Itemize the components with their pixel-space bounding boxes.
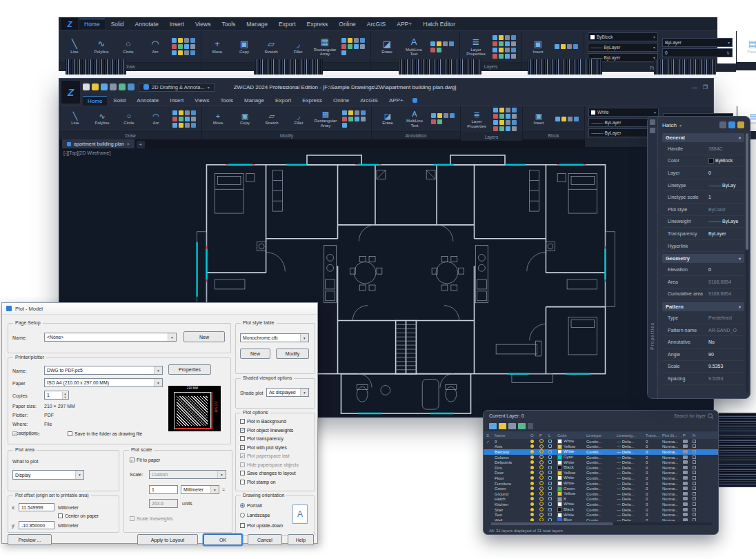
toggle-pickadd-icon[interactable] [719,121,726,128]
layer-row-column[interactable]: ColumnCyanContin...— Defa...0Norma... [484,455,718,460]
fit-to-paper-checkbox[interactable]: Fit to paper [130,458,160,462]
tool-arc-button[interactable]: ◠Arc [143,39,168,55]
pin-icon[interactable] [650,128,655,133]
layer-row-text[interactable]: TextWhiteContin...— Defa...0Norma... [484,512,718,518]
tool-insert-button[interactable]: ▣Insert [526,39,550,55]
property-row-spacing[interactable]: Spacing9.5353 [662,373,744,385]
ribbon-tab-app-[interactable]: APP+ [384,96,408,105]
option-plot-in-background-checkbox[interactable]: Plot in Background [240,419,286,424]
property-row-hyperlink[interactable]: Hyperlink [662,240,744,253]
ribbon-tab-online[interactable]: Online [328,96,354,105]
ribbon-tab-tools[interactable]: Tools [217,19,240,29]
center-on-paper-checkbox[interactable]: Center on paper [58,513,99,518]
property-row-type[interactable]: TypePredefined [662,312,744,324]
landscape-radio[interactable]: Landscape [240,513,270,518]
workspace-switcher[interactable]: 2D Drafting & Annota... ▾ [139,83,215,92]
tool-copy-button[interactable]: ▣Copy [232,112,257,126]
page-setup-name-dropdown[interactable]: <None>▾ [44,333,177,342]
lineweight-value-spinner[interactable]: 0⇅ [662,48,733,57]
section-header-pattern[interactable]: Pattern▾ [662,302,744,311]
apply-to-layout-button[interactable]: Apply to Layout [137,534,198,545]
ribbon-tab-manage[interactable]: Manage [241,19,272,29]
printer-properties-button[interactable]: Properties [168,364,211,375]
layer-row-0[interactable]: ✓0WhiteContin...— Defa...0Norma... [484,439,718,444]
page-setup-new-button[interactable]: New [183,331,225,342]
layer-row-door[interactable]: DoorYellowContin...— Defa...0Norma... [484,471,718,476]
ribbon-tab-annotate[interactable]: Annotate [132,96,163,105]
tool-fillet-button[interactable]: ◞Fillet [286,112,311,126]
property-row-layer[interactable]: Layer0 [662,167,744,179]
tool-move-button[interactable]: +Move [205,39,230,55]
tool-layer-properties-button[interactable]: ≣Layer Properties [464,110,489,128]
tool-copy-button[interactable]: ▣Copy [232,39,257,55]
ribbon-tab-online[interactable]: Online [334,19,361,29]
new-layer-icon[interactable] [489,423,497,429]
section-header-general[interactable]: General▾ [662,133,744,142]
viewport-controls[interactable]: [-][Top][2D Wireframe] [63,150,110,155]
property-row-color[interactable]: ColorByBlock [662,155,744,168]
tool-rectangular-array-button[interactable]: ▦Rectangular Array [313,110,338,128]
ribbon-tab-arcgis[interactable]: ArcGIS [362,19,390,29]
ribbon-tab-express[interactable]: Express [302,19,333,29]
horizontal-scrollbar[interactable] [484,521,718,527]
layer-states-icon[interactable] [528,423,533,429]
layer-row-hatch[interactable]: Hatch8Contin...— Defa...0Norma... [484,497,718,502]
option-save-changes-to-layout-checkbox[interactable]: Save changes to layout [240,471,296,475]
ribbon-tab-export[interactable]: Export [274,19,301,29]
ribbon-tab-tools[interactable]: Tools [215,96,238,105]
ribbon-tab-insert[interactable]: Insert [165,19,189,29]
chevron-down-icon[interactable]: ▾ [679,123,682,128]
tool-insert-button[interactable]: ▣Insert [526,112,551,126]
plot-style-modify-button[interactable]: Modify [276,349,309,359]
select-objects-icon[interactable] [728,121,735,128]
palette-scrollbar[interactable] [746,133,748,393]
shade-plot-dropdown[interactable]: As displayed▾ [266,388,309,397]
plot-icon[interactable] [110,84,117,90]
quick-select-icon[interactable] [737,121,744,128]
scale-unit-dropdown[interactable]: Millimeter▾ [181,485,219,494]
minimize-button[interactable]: — [692,84,697,90]
restore-button[interactable]: ❐ [703,84,708,90]
linetype-dropdown[interactable]: ———ByLayer▾ [588,43,658,52]
save-folder-checkbox[interactable]: Save in the folder as drawing file [68,431,142,436]
new-vp-frozen-layer-icon[interactable] [499,423,506,429]
property-row-angle[interactable]: Angle90 [662,349,744,361]
set-current-layer-icon[interactable] [518,423,526,429]
tool-arc-button[interactable]: ◠Arc [143,112,168,126]
layer-row-dim[interactable]: DimBlackContin...— Defa...0Norma... [484,465,718,471]
offset-x-input[interactable]: 11.549999 [19,503,54,511]
tool-multiline-text-button[interactable]: AMultiLine Text [401,37,426,57]
ribbon-tab-manage[interactable]: Manage [239,96,269,105]
ribbon-tab-hatch-editor[interactable]: Hatch Editor [418,19,460,29]
help-button[interactable]: Help [288,534,314,545]
object-color-dropdown[interactable]: White▾ [588,108,659,117]
tool-rectangular-array-button[interactable]: ▦Rectangular Array [312,37,337,57]
layer-row-axis[interactable]: AxisYellowContin...— Defa...0Norma... [484,444,718,450]
property-row-elevation[interactable]: Elevation0 [662,264,744,276]
ok-button[interactable]: OK [203,534,242,545]
plot-style-dropdown[interactable]: Monochrome.ctb▾ [240,333,309,342]
save-icon[interactable] [101,84,108,90]
ribbon-tab-home[interactable]: Home [83,96,107,106]
property-row-lineweight[interactable]: Lineweight———ByLaye [662,216,744,228]
tool-fillet-button[interactable]: ◞Fillet [286,39,310,55]
property-row-linetype[interactable]: Linetype———ByLay [662,179,744,192]
open-folder-icon[interactable] [92,84,99,90]
tool-polyline-button[interactable]: ∿Polyline [89,39,114,55]
offset-y-input[interactable]: -10.850000 [19,521,54,529]
ribbon-tab-solid[interactable]: Solid [106,19,129,29]
tool-polyline-button[interactable]: ∿Polyline [90,112,115,126]
ribbon-tab-annotate[interactable]: Annotate [130,19,163,29]
ribbon-tab-export[interactable]: Export [270,96,296,105]
property-row-annotative[interactable]: AnnotativeNo [662,336,744,349]
property-row-pattern-name[interactable]: Pattern nameAR-SAND_O [662,324,744,337]
layer-search[interactable]: Search for layer [674,413,713,418]
zwcad-logo-icon[interactable]: Z [61,81,80,104]
document-tab[interactable]: apartment building plan × [62,139,135,148]
undo-icon[interactable] [119,84,126,90]
paper-dropdown[interactable]: ISO A4 (210.00 x 297.00 MM)▾ [44,378,163,387]
tool-circle-button[interactable]: ○Circle [117,112,141,126]
what-to-plot-dropdown[interactable]: Display▾ [12,470,84,480]
upside-down-checkbox[interactable]: Plot upside-down [240,523,283,528]
tool-paste-button[interactable]: ▤Paste [740,39,756,55]
